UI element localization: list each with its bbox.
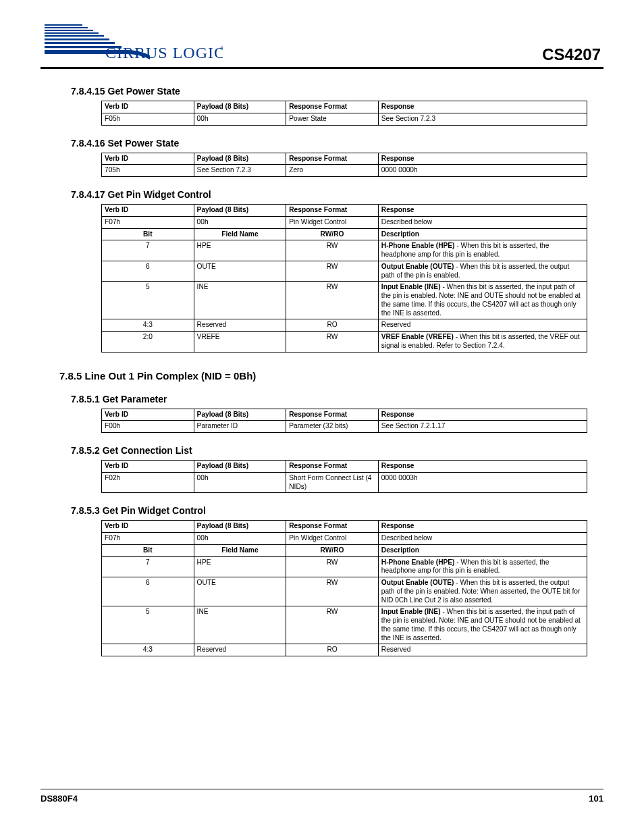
heading-set-power-state: 7.8.4.16 Set Power State [41, 138, 603, 149]
cell: RW [286, 240, 379, 261]
cell: RW [286, 577, 379, 606]
cell: See Section 7.2.3 [378, 113, 587, 125]
cell: H-Phone Enable (HPE) - When this bit is … [378, 556, 587, 577]
cell: INE [194, 606, 286, 644]
cell: F02h [102, 472, 194, 493]
cell: 2:0 [102, 332, 194, 353]
col: Description [378, 228, 587, 240]
col: Field Name [194, 228, 286, 240]
cell: F07h [102, 533, 194, 545]
cell: Pin Widget Control [286, 216, 379, 228]
cell: 6 [102, 261, 194, 282]
col: Response [378, 101, 587, 113]
col: Verb ID [102, 205, 194, 217]
cell: VREFE [194, 332, 286, 353]
table-row: 5INERWInput Enable (INE) - When this bit… [102, 282, 587, 319]
col: Response Format [286, 521, 379, 533]
col: Response Format [286, 153, 379, 165]
cell: 5 [102, 282, 194, 319]
col: RW/RO [286, 228, 379, 240]
table-row: 6OUTERWOutput Enable (OUTE) - When this … [102, 261, 587, 282]
cell: H-Phone Enable (HPE) - When this bit is … [378, 240, 587, 261]
cell: Zero [286, 165, 379, 177]
cell: RW [286, 282, 379, 319]
heading-get-power-state: 7.8.4.15 Get Power State [41, 86, 603, 97]
col: Field Name [194, 544, 286, 556]
col: Response Format [286, 205, 379, 217]
cell: Short Form Connect List (4 NIDs) [286, 472, 379, 493]
table-row: Bit Field Name RW/RO Description [102, 544, 587, 556]
cell: 6 [102, 577, 194, 606]
cell: 00h [194, 113, 286, 125]
col: Payload (8 Bits) [194, 101, 286, 113]
cell: 00h [194, 472, 286, 493]
table-pin-widget-b-head: Verb ID Payload (8 Bits) Response Format… [101, 520, 587, 656]
table-row: 705h See Section 7.2.3 Zero 0000 0000h [102, 165, 587, 177]
cell: RO [286, 644, 379, 656]
table-row: F02h 00h Short Form Connect List (4 NIDs… [102, 472, 587, 493]
cell: Output Enable (OUTE) - When this bit is … [378, 577, 587, 606]
cell: Reserved [378, 644, 587, 656]
cell: Pin Widget Control [286, 533, 379, 545]
col: Verb ID [102, 461, 194, 473]
col: Payload (8 Bits) [194, 521, 286, 533]
col: Payload (8 Bits) [194, 409, 286, 421]
col: Response [378, 205, 587, 217]
cell: 00h [194, 533, 286, 545]
cell: Input Enable (INE) - When this bit is as… [378, 606, 587, 644]
col: Description [378, 544, 587, 556]
table-row: F05h 00h Power State See Section 7.2.3 [102, 113, 587, 125]
cell: 0000 0003h [378, 472, 587, 493]
cell: Described below [378, 533, 587, 545]
cell: Power State [286, 113, 379, 125]
col: RW/RO [286, 544, 379, 556]
cell: RW [286, 606, 379, 644]
col: Response Format [286, 461, 379, 473]
cell: 7 [102, 556, 194, 577]
cell: Parameter ID [194, 421, 286, 433]
cell: 705h [102, 165, 194, 177]
cell: OUTE [194, 261, 286, 282]
cell: 00h [194, 216, 286, 228]
col: Response Format [286, 101, 379, 113]
page-footer: DS880F4 101 [41, 789, 603, 804]
page-number: 101 [589, 793, 603, 804]
cell: RO [286, 319, 379, 332]
cell: 0000 0000h [378, 165, 587, 177]
doc-number: DS880F4 [41, 793, 78, 804]
table-get-power-state: Verb ID Payload (8 Bits) Response Format… [101, 101, 587, 126]
heading-get-pin-widget-a: 7.8.4.17 Get Pin Widget Control [41, 189, 603, 200]
cell: HPE [194, 240, 286, 261]
cell: 4:3 [102, 644, 194, 656]
heading-get-connection-list: 7.8.5.2 Get Connection List [41, 445, 603, 456]
table-row: Bit Field Name RW/RO Description [102, 228, 587, 240]
cell: VREF Enable (VREFE) - When this bit is a… [378, 332, 587, 353]
cell: Reserved [194, 319, 286, 332]
table-set-power-state: Verb ID Payload (8 Bits) Response Format… [101, 153, 587, 178]
cell: F00h [102, 421, 194, 433]
table-row: 4:3ReservedROReserved [102, 319, 587, 332]
page-header: CIRRUS LOGIC ® CS4207 [41, 20, 603, 69]
table-row: 6OUTERWOutput Enable (OUTE) - When this … [102, 577, 587, 606]
cell: Reserved [378, 319, 587, 332]
table-row: 4:3ReservedROReserved [102, 644, 587, 656]
col: Verb ID [102, 153, 194, 165]
svg-rect-3 [45, 32, 99, 34]
svg-text:CIRRUS LOGIC: CIRRUS LOGIC [105, 44, 223, 61]
col: Payload (8 Bits) [194, 153, 286, 165]
svg-rect-0 [45, 24, 82, 26]
svg-rect-5 [45, 38, 109, 41]
cell: F05h [102, 113, 194, 125]
cell: 7 [102, 240, 194, 261]
svg-rect-2 [45, 30, 93, 31]
cell: See Section 7.2.3 [194, 165, 286, 177]
table-row: 7HPERWH-Phone Enable (HPE) - When this b… [102, 556, 587, 577]
svg-rect-4 [45, 35, 104, 36]
table-row: 7HPERWH-Phone Enable (HPE) - When this b… [102, 240, 587, 261]
svg-rect-1 [45, 27, 88, 28]
col: Verb ID [102, 409, 194, 421]
cirrus-logic-logo: CIRRUS LOGIC ® [41, 20, 223, 64]
cell: RW [286, 556, 379, 577]
col: Bit [102, 228, 194, 240]
cell: Output Enable (OUTE) - When this bit is … [378, 261, 587, 282]
